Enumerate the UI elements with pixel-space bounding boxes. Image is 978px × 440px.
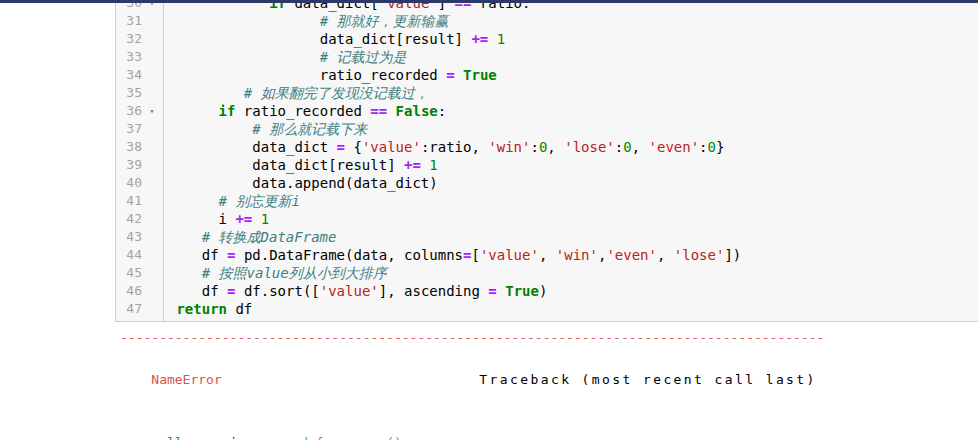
line-gutter: 39 <box>116 156 163 174</box>
fold-spacer <box>142 246 162 264</box>
traceback-frame: cell_name in async-def-wrapper() <box>120 411 824 440</box>
code-line[interactable]: 42 i += 1 <box>116 210 978 228</box>
line-number: 44 <box>116 246 142 264</box>
line-number: 36 <box>116 102 142 120</box>
line-number: 37 <box>116 120 142 138</box>
code-text: data_dict = {'value':ratio, 'win':0, 'lo… <box>163 138 724 156</box>
line-number: 45 <box>116 264 142 282</box>
line-number: 32 <box>116 30 142 48</box>
fold-spacer <box>142 66 162 84</box>
fold-spacer <box>142 174 162 192</box>
line-gutter: 31 <box>116 12 163 30</box>
code-line[interactable]: 41 # 别忘更新i <box>116 192 978 210</box>
line-number: 42 <box>116 210 142 228</box>
code-editor: 30▾ if data_dict['value'] == ratio:31 # … <box>116 3 978 318</box>
code-text: if data_dict['value'] == ratio: <box>163 3 530 12</box>
fold-spacer <box>142 84 162 102</box>
line-number: 38 <box>116 138 142 156</box>
line-number: 46 <box>116 282 142 300</box>
fold-spacer <box>142 228 162 246</box>
line-gutter: 33 <box>116 48 163 66</box>
code-line[interactable]: 40 data.append(data_dict) <box>116 174 978 192</box>
code-text: data_dict[result] += 1 <box>163 156 438 174</box>
code-line[interactable]: 30▾ if data_dict['value'] == ratio: <box>116 3 978 12</box>
frame-location: cell_name <box>151 435 221 440</box>
fold-spacer <box>142 282 162 300</box>
line-gutter: 38 <box>116 138 163 156</box>
code-text: data_dict[result] += 1 <box>163 30 505 48</box>
code-text: # 如果翻完了发现没记载过， <box>163 84 429 102</box>
fold-spacer <box>142 30 162 48</box>
line-number: 33 <box>116 48 142 66</box>
fold-arrow-icon[interactable]: ▾ <box>142 102 162 120</box>
code-text: # 别忘更新i <box>163 192 300 210</box>
traceback-label: Traceback (most recent call last) <box>479 372 816 387</box>
code-text: # 转换成DataFrame <box>163 228 336 246</box>
line-number: 43 <box>116 228 142 246</box>
line-gutter: 44 <box>116 246 163 264</box>
fold-spacer <box>142 12 162 30</box>
line-gutter: 45 <box>116 264 163 282</box>
code-line[interactable]: 36▾ if ratio_recorded == False: <box>116 102 978 120</box>
code-line[interactable]: 39 data_dict[result] += 1 <box>116 156 978 174</box>
code-line[interactable]: 38 data_dict = {'value':ratio, 'win':0, … <box>116 138 978 156</box>
line-number: 31 <box>116 12 142 30</box>
code-line[interactable]: 31 # 那就好，更新输赢 <box>116 12 978 30</box>
fold-spacer <box>142 300 162 318</box>
line-number: 35 <box>116 84 142 102</box>
fold-spacer <box>142 48 162 66</box>
code-line[interactable]: 43 # 转换成DataFrame <box>116 228 978 246</box>
code-line[interactable]: 32 data_dict[result] += 1 <box>116 30 978 48</box>
error-output: ----------------------------------------… <box>120 331 824 440</box>
traceback-separator: ----------------------------------------… <box>120 331 824 345</box>
line-number: 39 <box>116 156 142 174</box>
line-gutter: 32 <box>116 30 163 48</box>
code-line[interactable]: 34 ratio_recorded = True <box>116 66 978 84</box>
code-line[interactable]: 37 # 那么就记载下来 <box>116 120 978 138</box>
code-text: if ratio_recorded == False: <box>163 102 446 120</box>
line-gutter: 34 <box>116 66 163 84</box>
code-line[interactable]: 44 df = pd.DataFrame(data, columns=['val… <box>116 246 978 264</box>
line-number: 47 <box>116 300 142 318</box>
line-number: 40 <box>116 174 142 192</box>
code-text: return df <box>163 300 252 318</box>
code-text: df = df.sort(['value'], ascending = True… <box>163 282 547 300</box>
code-text: # 按照value列从小到大排序 <box>163 264 387 282</box>
line-gutter: 42 <box>116 210 163 228</box>
line-gutter: 40 <box>116 174 163 192</box>
fold-arrow-icon[interactable]: ▾ <box>142 3 162 12</box>
line-gutter: 46 <box>116 282 163 300</box>
line-number: 30 <box>116 3 142 12</box>
frame-function-link[interactable]: async-def-wrapper() <box>253 435 402 440</box>
code-text: # 那么就记载下来 <box>163 120 367 138</box>
line-gutter: 36▾ <box>116 102 163 120</box>
error-type-label: NameError <box>151 369 479 390</box>
line-gutter: 37 <box>116 120 163 138</box>
line-gutter: 43 <box>116 228 163 246</box>
fold-spacer <box>142 138 162 156</box>
code-text: i += 1 <box>163 210 269 228</box>
fold-spacer <box>142 192 162 210</box>
line-number: 41 <box>116 192 142 210</box>
fold-spacer <box>142 210 162 228</box>
code-cell[interactable]: 30▾ if data_dict['value'] == ratio:31 # … <box>115 3 978 322</box>
code-line[interactable]: 33 # 记载过为是 <box>116 48 978 66</box>
code-line[interactable]: 46 df = df.sort(['value'], ascending = T… <box>116 282 978 300</box>
code-text: df = pd.DataFrame(data, columns=['value'… <box>163 246 741 264</box>
line-gutter: 47 <box>116 300 163 318</box>
line-gutter: 30▾ <box>116 3 163 12</box>
line-gutter: 41 <box>116 192 163 210</box>
frame-in-text: in <box>222 435 253 440</box>
fold-spacer <box>142 120 162 138</box>
code-line[interactable]: 45 # 按照value列从小到大排序 <box>116 264 978 282</box>
traceback-header: NameErrorTraceback (most recent call las… <box>120 348 824 411</box>
code-text: # 那就好，更新输赢 <box>163 12 449 30</box>
gutter-divider <box>163 3 164 321</box>
fold-spacer <box>142 156 162 174</box>
code-line[interactable]: 35 # 如果翻完了发现没记载过， <box>116 84 978 102</box>
line-number: 34 <box>116 66 142 84</box>
fold-spacer <box>142 264 162 282</box>
code-line[interactable]: 47 return df <box>116 300 978 318</box>
line-gutter: 35 <box>116 84 163 102</box>
code-text: # 记载过为是 <box>163 48 407 66</box>
